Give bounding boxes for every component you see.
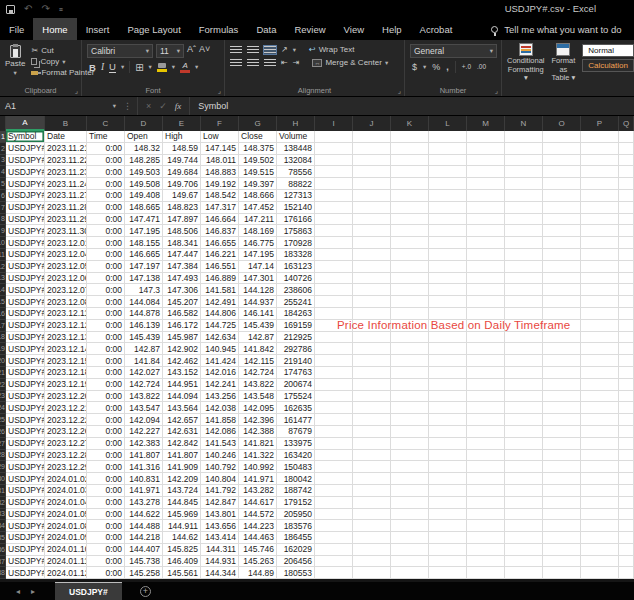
cell-P28[interactable]	[581, 450, 619, 462]
cell-G35[interactable]: 144.463	[239, 532, 277, 544]
cell-A10[interactable]: USDJPY#	[6, 237, 45, 249]
cell-N35[interactable]	[505, 532, 543, 544]
cell-A5[interactable]: USDJPY#	[6, 178, 45, 190]
cell-M5[interactable]	[467, 178, 505, 190]
cell-G9[interactable]: 148.169	[239, 225, 277, 237]
cell-B13[interactable]: 2023.12.06	[45, 273, 87, 285]
cell-D11[interactable]: 146.665	[125, 249, 163, 261]
cell-M4[interactable]	[467, 166, 505, 178]
cell-J15[interactable]	[353, 296, 391, 308]
cell-K6[interactable]	[391, 190, 429, 202]
cell-A15[interactable]: USDJPY#	[6, 296, 45, 308]
cell-N11[interactable]	[505, 249, 543, 261]
cell-H28[interactable]: 163420	[277, 450, 315, 462]
cell-A18[interactable]: USDJPY#	[6, 332, 45, 344]
cell-K31[interactable]	[391, 485, 429, 497]
cell-K37[interactable]	[391, 556, 429, 568]
cell-M10[interactable]	[467, 237, 505, 249]
cell-Q3[interactable]	[619, 155, 634, 167]
cell-E20[interactable]: 142.462	[163, 355, 201, 367]
cell-Q9[interactable]	[619, 225, 634, 237]
cell-J25[interactable]	[353, 414, 391, 426]
cell-F3[interactable]: 148.011	[201, 155, 239, 167]
cell-J7[interactable]	[353, 202, 391, 214]
cell-L32[interactable]	[429, 497, 467, 509]
cell-F37[interactable]: 144.931	[201, 556, 239, 568]
cell-L27[interactable]	[429, 438, 467, 450]
cell-L23[interactable]	[429, 391, 467, 403]
cell-M34[interactable]	[467, 520, 505, 532]
cell-H6[interactable]: 127313	[277, 190, 315, 202]
cell-B14[interactable]: 2023.12.07	[45, 284, 87, 296]
cell-A7[interactable]: USDJPY#	[6, 202, 45, 214]
cell-O33[interactable]	[543, 509, 581, 521]
fill-color-dropdown-icon[interactable]: ▾	[172, 63, 175, 71]
cell-D8[interactable]: 147.471	[125, 214, 163, 226]
cell-J37[interactable]	[353, 556, 391, 568]
cell-K36[interactable]	[391, 544, 429, 556]
cell-B1[interactable]: Date	[45, 131, 87, 143]
column-header-C[interactable]: C	[87, 116, 125, 131]
cell-K4[interactable]	[391, 166, 429, 178]
cell-H35[interactable]: 186455	[277, 532, 315, 544]
cell-A19[interactable]: USDJPY#	[6, 343, 45, 355]
cell-G6[interactable]: 148.666	[239, 190, 277, 202]
cell-C22[interactable]: 0:00	[87, 379, 125, 391]
cell-G30[interactable]: 141.971	[239, 473, 277, 485]
cell-Q20[interactable]	[619, 355, 634, 367]
cell-E29[interactable]: 141.909	[163, 461, 201, 473]
cell-C29[interactable]: 0:00	[87, 461, 125, 473]
cell-D32[interactable]: 143.278	[125, 497, 163, 509]
cell-H30[interactable]: 180042	[277, 473, 315, 485]
cell-B24[interactable]: 2023.12.21	[45, 402, 87, 414]
number-dialog-launcher-icon[interactable]: ⌟	[495, 87, 498, 94]
cell-H32[interactable]: 179152	[277, 497, 315, 509]
cell-F34[interactable]: 143.656	[201, 520, 239, 532]
cell-P22[interactable]	[581, 379, 619, 391]
decrease-decimal-icon[interactable]: .00	[477, 63, 486, 70]
cell-J22[interactable]	[353, 379, 391, 391]
cell-I36[interactable]	[315, 544, 353, 556]
cell-O20[interactable]	[543, 355, 581, 367]
cell-M35[interactable]	[467, 532, 505, 544]
cell-M16[interactable]	[467, 308, 505, 320]
cell-G21[interactable]: 142.724	[239, 367, 277, 379]
font-color-icon[interactable]: A	[180, 62, 190, 73]
cell-Q7[interactable]	[619, 202, 634, 214]
cell-H38[interactable]: 180553	[277, 567, 315, 579]
cell-E18[interactable]: 145.987	[163, 332, 201, 344]
cell-I18[interactable]	[315, 332, 353, 344]
cell-A20[interactable]: USDJPY#	[6, 355, 45, 367]
column-header-N[interactable]: N	[505, 116, 543, 131]
tell-me-box[interactable]: Tell me what you want to do	[491, 18, 621, 40]
cell-K3[interactable]	[391, 155, 429, 167]
cell-I28[interactable]	[315, 450, 353, 462]
cell-D1[interactable]: Open	[125, 131, 163, 143]
cell-M32[interactable]	[467, 497, 505, 509]
cell-Q35[interactable]	[619, 532, 634, 544]
cell-P24[interactable]	[581, 402, 619, 414]
cell-H3[interactable]: 132084	[277, 155, 315, 167]
cell-M15[interactable]	[467, 296, 505, 308]
enter-icon[interactable]: ✓	[159, 101, 167, 111]
cell-H26[interactable]: 87679	[277, 426, 315, 438]
cell-H7[interactable]: 152140	[277, 202, 315, 214]
italic-button[interactable]: I	[101, 62, 104, 72]
cell-O11[interactable]	[543, 249, 581, 261]
cell-I11[interactable]	[315, 249, 353, 261]
cell-J2[interactable]	[353, 143, 391, 155]
cancel-icon[interactable]: ×	[146, 101, 151, 111]
cell-O18[interactable]	[543, 332, 581, 344]
cell-B27[interactable]: 2023.12.27	[45, 438, 87, 450]
redo-icon[interactable]: ↷	[41, 4, 49, 14]
cell-G19[interactable]: 141.842	[239, 343, 277, 355]
cell-F22[interactable]: 142.241	[201, 379, 239, 391]
cell-A38[interactable]: USDJPY#	[6, 567, 45, 579]
cell-O35[interactable]	[543, 532, 581, 544]
cell-J34[interactable]	[353, 520, 391, 532]
cell-C20[interactable]: 0:00	[87, 355, 125, 367]
cell-D7[interactable]: 148.665	[125, 202, 163, 214]
cell-B22[interactable]: 2023.12.19	[45, 379, 87, 391]
cell-Q36[interactable]	[619, 544, 634, 556]
cell-F7[interactable]: 147.317	[201, 202, 239, 214]
